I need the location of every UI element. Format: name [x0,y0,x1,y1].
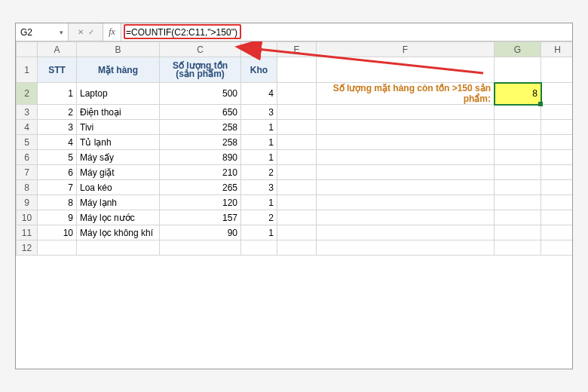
cell[interactable] [495,165,541,180]
cell[interactable] [541,165,573,180]
cell[interactable]: 5 [38,150,77,165]
cell[interactable] [317,210,495,225]
cell[interactable] [317,240,495,256]
cell[interactable]: 1 [38,83,77,105]
cell[interactable] [277,135,317,150]
side-label-cell[interactable]: Số lượng mặt hàng còn tồn >150 sản phẩm: [317,83,495,105]
cell[interactable]: Điện thoại [77,105,160,120]
enter-icon[interactable]: ✓ [88,28,94,36]
cell[interactable] [541,240,573,256]
cell[interactable] [317,120,495,135]
cell[interactable] [317,195,495,210]
cell[interactable] [317,225,495,240]
cell[interactable]: 120 [160,195,241,210]
cell[interactable]: 1 [241,135,277,150]
cell[interactable]: 890 [160,150,241,165]
cancel-icon[interactable]: ✕ [78,28,84,36]
cell[interactable] [495,225,541,240]
cell[interactable]: 3 [241,180,277,195]
cell[interactable] [541,57,573,83]
col-header-F[interactable]: F [317,42,495,57]
col-header-C[interactable]: C [160,42,241,57]
cell[interactable]: 1 [241,195,277,210]
cell[interactable]: Tivi [77,120,160,135]
cell[interactable]: 4 [241,83,277,105]
cell[interactable]: 210 [160,165,241,180]
row-header[interactable]: 5 [17,135,38,150]
cell[interactable] [495,120,541,135]
cell[interactable] [277,57,317,83]
cell[interactable]: 2 [241,165,277,180]
col-header-H[interactable]: H [541,42,573,57]
row-header[interactable]: 10 [17,210,38,225]
cell[interactable] [317,150,495,165]
cell[interactable] [541,195,573,210]
result-cell[interactable]: 8 [495,83,541,105]
col-header-D[interactable]: D [241,42,277,57]
row-header[interactable]: 7 [17,165,38,180]
cell[interactable]: 500 [160,83,241,105]
cell[interactable] [277,165,317,180]
cell[interactable]: 90 [160,225,241,240]
cell[interactable] [541,180,573,195]
col-header-B[interactable]: B [77,42,160,57]
cell[interactable]: 1 [241,120,277,135]
select-all-corner[interactable] [17,42,38,57]
cell[interactable]: 9 [38,210,77,225]
cell[interactable]: 4 [38,135,77,150]
cell[interactable] [317,180,495,195]
cell[interactable]: 7 [38,180,77,195]
cell[interactable]: Mặt hàng [77,57,160,83]
cell[interactable] [38,240,77,256]
cell[interactable]: Máy lọc nước [77,210,160,225]
col-header-G[interactable]: G [495,42,541,57]
chevron-down-icon[interactable]: ▾ [60,29,63,36]
cell[interactable] [495,57,541,83]
cell[interactable]: 10 [38,225,77,240]
cell[interactable] [277,105,317,120]
cell[interactable] [495,210,541,225]
cell[interactable] [277,150,317,165]
cell[interactable] [317,165,495,180]
cell[interactable]: 2 [241,210,277,225]
row-header[interactable]: 1 [17,57,38,83]
row-header[interactable]: 9 [17,195,38,210]
cell[interactable]: 6 [38,165,77,180]
col-header-A[interactable]: A [38,42,77,57]
cell[interactable] [495,180,541,195]
cell[interactable] [495,240,541,256]
cell[interactable] [495,195,541,210]
cell[interactable] [541,225,573,240]
cell[interactable]: Kho [241,57,277,83]
cell[interactable] [241,240,277,256]
cell[interactable] [541,135,573,150]
cell[interactable]: Laptop [77,83,160,105]
cell[interactable] [541,150,573,165]
cell[interactable] [77,240,160,256]
cell[interactable] [277,225,317,240]
row-header[interactable]: 12 [17,240,38,256]
cell[interactable] [495,105,541,120]
cell[interactable] [541,105,573,120]
cell[interactable] [277,180,317,195]
name-box[interactable]: G2 ▾ [16,23,69,41]
row-header[interactable]: 6 [17,150,38,165]
cell[interactable] [541,120,573,135]
cell[interactable]: 1 [241,225,277,240]
fx-button[interactable]: fx [103,23,121,41]
cell[interactable] [541,210,573,225]
cell[interactable] [495,135,541,150]
cell[interactable]: Máy giặt [77,165,160,180]
row-header[interactable]: 3 [17,105,38,120]
cell[interactable]: Máy lọc không khí [77,225,160,240]
cell[interactable]: 265 [160,180,241,195]
cell[interactable]: 258 [160,135,241,150]
cell[interactable]: Máy sấy [77,150,160,165]
cell[interactable]: Máy lạnh [77,195,160,210]
cell[interactable]: 157 [160,210,241,225]
cell[interactable] [277,83,317,105]
row-header[interactable]: 8 [17,180,38,195]
cell[interactable]: Số lượng tồn (sản phẩm) [160,57,241,83]
spreadsheet-grid[interactable]: A B C D E F G H 1STTMặt hàngSố lượng tồn… [16,41,572,256]
row-header[interactable]: 2 [17,83,38,105]
